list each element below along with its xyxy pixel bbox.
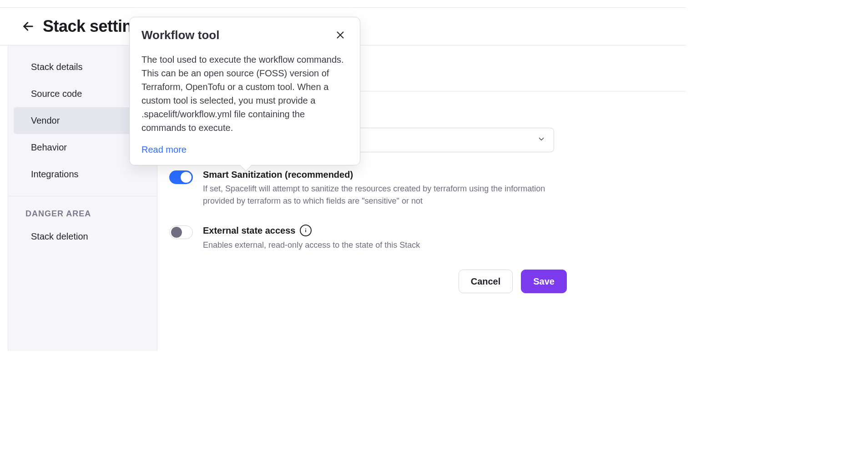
info-icon	[303, 227, 309, 234]
popover-close-button[interactable]	[333, 28, 348, 45]
popover-read-more-link[interactable]: Read more	[141, 145, 187, 155]
cancel-button[interactable]: Cancel	[459, 270, 513, 293]
external-state-title: External state access	[203, 225, 295, 236]
svg-point-5	[306, 229, 307, 230]
workflow-tool-popover: Workflow tool The tool used to execute t…	[129, 17, 360, 165]
smart-sanitization-toggle[interactable]	[169, 170, 193, 184]
sidebar-danger-heading: DANGER AREA	[8, 196, 157, 223]
popover-body: The tool used to execute the workflow co…	[141, 53, 348, 135]
close-icon	[335, 30, 345, 40]
popover-title: Workflow tool	[141, 28, 219, 42]
back-arrow-icon[interactable]	[22, 20, 35, 33]
external-state-toggle[interactable]	[169, 225, 193, 239]
smart-sanitization-title: Smart Sanitization (recommended)	[203, 170, 554, 180]
smart-sanitization-desc: If set, Spacelift will attempt to saniti…	[203, 183, 554, 207]
sidebar-item-stack-deletion[interactable]: Stack deletion	[14, 223, 151, 250]
external-state-info-button[interactable]	[300, 225, 312, 236]
sidebar-item-integrations[interactable]: Integrations	[14, 161, 151, 188]
external-state-desc: Enables external, read-only access to th…	[203, 239, 420, 251]
save-button[interactable]: Save	[521, 270, 567, 293]
chevron-down-icon	[537, 135, 545, 145]
